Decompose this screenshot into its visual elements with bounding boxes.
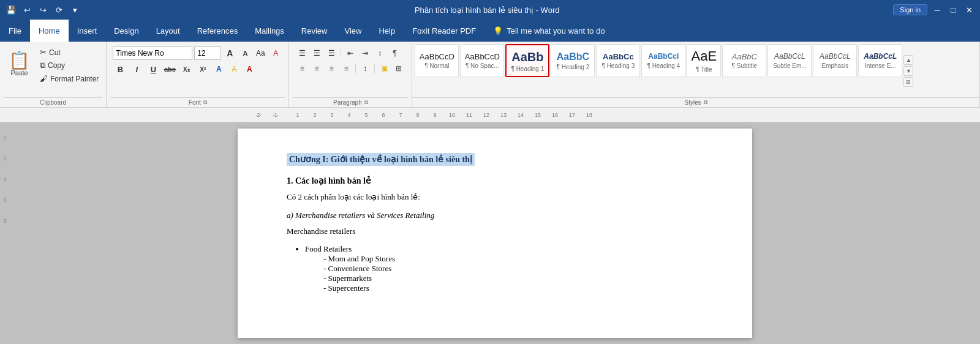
autosave-icon[interactable]: ⟳ bbox=[53, 4, 65, 16]
menu-item-design[interactable]: Design bbox=[105, 20, 147, 42]
font-group: A A Aa A B I U abc X₂ X² A A A Font ⧉ bbox=[107, 42, 289, 107]
menu-item-layout[interactable]: Layout bbox=[148, 20, 189, 42]
ruler: ·2· ·1· 1 2 3 4 5 6 7 8 9 10 11 12 13 14… bbox=[0, 108, 980, 122]
style-normal-label: ¶ Normal bbox=[424, 62, 449, 69]
maximize-icon[interactable]: □ bbox=[947, 4, 959, 16]
styles-scroll-down[interactable]: ▼ bbox=[903, 66, 913, 76]
style-heading3[interactable]: AaBbCc ¶ Heading 3 bbox=[596, 44, 640, 77]
subscript-button[interactable]: X₂ bbox=[179, 62, 194, 77]
font-row1: A A Aa A bbox=[113, 47, 282, 60]
underline-button[interactable]: U bbox=[146, 62, 160, 77]
paragraph-label-text: Paragraph bbox=[333, 99, 362, 106]
font-color-button[interactable]: A bbox=[243, 62, 256, 76]
style-normal[interactable]: AaBbCcD ¶ Normal bbox=[415, 44, 459, 77]
menu-item-tell-me[interactable]: 💡 Tell me what you want to do bbox=[484, 20, 613, 42]
style-no-space[interactable]: AaBbCcD ¶ No Spac... bbox=[460, 44, 504, 77]
paste-button[interactable]: 📋 Paste bbox=[4, 44, 35, 84]
font-size-input[interactable] bbox=[194, 47, 221, 60]
more-commands-icon[interactable]: ▾ bbox=[69, 4, 81, 16]
style-subtitle-preview: AaBbC bbox=[732, 52, 757, 62]
style-heading1[interactable]: AaBb ¶ Heading 1 bbox=[505, 44, 549, 77]
justify-button[interactable]: ≡ bbox=[339, 62, 353, 75]
chapter-heading: Chương I: Giới thiệu về loại hình bán lẻ… bbox=[287, 153, 475, 166]
menu-item-insert[interactable]: Insert bbox=[69, 20, 106, 42]
style-heading2[interactable]: AaBbC ¶ Heading 2 bbox=[551, 44, 595, 77]
styles-scroll-up[interactable]: ▲ bbox=[903, 55, 913, 65]
menu-item-mailings[interactable]: Mailings bbox=[246, 20, 293, 42]
ribbon: 📋 Paste ✂ Cut ⧉ Copy 🖌 Format Painter Cl… bbox=[0, 42, 980, 108]
lightbulb-icon: 💡 bbox=[493, 26, 503, 36]
align-center-button[interactable]: ≡ bbox=[310, 62, 323, 75]
minimize-icon[interactable]: ─ bbox=[931, 4, 943, 16]
numbering-button[interactable]: ☰ bbox=[310, 47, 323, 60]
style-heading4[interactable]: AaBbCcI ¶ Heading 4 bbox=[641, 44, 685, 77]
sort-button[interactable]: ↕ bbox=[373, 47, 386, 60]
line-spacing-button[interactable]: ↕ bbox=[358, 62, 372, 75]
borders-button[interactable]: ⊞ bbox=[392, 62, 405, 75]
italic-button[interactable]: I bbox=[129, 62, 144, 77]
close-icon[interactable]: ✕ bbox=[963, 4, 975, 16]
font-shrink-button[interactable]: A bbox=[238, 47, 252, 60]
menu-item-home[interactable]: Home bbox=[30, 20, 69, 42]
save-icon[interactable]: 💾 bbox=[5, 4, 17, 16]
style-subtle-em-preview: AaBbCcL bbox=[774, 52, 805, 61]
style-normal-preview: AaBbCcD bbox=[420, 52, 454, 62]
convenience-stores-item: Convenience Stores bbox=[323, 264, 703, 274]
bold-button[interactable]: B bbox=[113, 62, 127, 77]
style-subtle-em[interactable]: AaBbCcL Subtle Em... bbox=[767, 44, 812, 77]
menu-item-help[interactable]: Help bbox=[370, 20, 404, 42]
align-right-button[interactable]: ≡ bbox=[325, 62, 338, 75]
increase-indent-button[interactable]: ⇥ bbox=[358, 47, 372, 60]
style-emphasis-preview: AaBbCcL bbox=[820, 52, 851, 61]
food-retailers-item: Food Retailers bbox=[305, 244, 703, 254]
strikethrough-button[interactable]: abc bbox=[162, 62, 177, 77]
show-formatting-button[interactable]: ¶ bbox=[388, 47, 401, 60]
style-title[interactable]: AaE ¶ Title bbox=[687, 44, 721, 77]
cut-button[interactable]: ✂ Cut bbox=[36, 47, 102, 58]
format-painter-button[interactable]: 🖌 Format Painter bbox=[36, 73, 102, 84]
sign-in-button[interactable]: Sign in bbox=[893, 4, 927, 15]
style-intense-e-label: Intense E... bbox=[865, 62, 896, 69]
undo-icon[interactable]: ↩ bbox=[21, 4, 33, 16]
style-emphasis[interactable]: AaBbCcL Emphasis bbox=[813, 44, 857, 77]
font-expand-icon[interactable]: ⧉ bbox=[203, 99, 207, 106]
style-subtitle[interactable]: AaBbC ¶ Subtitle bbox=[722, 44, 766, 77]
copy-button[interactable]: ⧉ Copy bbox=[36, 59, 102, 72]
supercenters-item: Supercenters bbox=[323, 283, 703, 293]
font-group-content: A A Aa A B I U abc X₂ X² A A A bbox=[110, 44, 285, 77]
mom-pop-item: Mom and Pop Stores bbox=[323, 254, 703, 264]
shading-button[interactable]: ▣ bbox=[377, 62, 391, 75]
superscript-button[interactable]: X² bbox=[195, 62, 210, 77]
style-intense-e[interactable]: AaBbCcL Intense E... bbox=[858, 44, 902, 77]
align-left-button[interactable]: ≡ bbox=[295, 62, 309, 75]
text-highlight-button[interactable]: A bbox=[227, 62, 241, 76]
font-name-input[interactable] bbox=[113, 47, 192, 60]
style-heading2-preview: AaBbC bbox=[557, 51, 589, 62]
paragraph-expand-icon[interactable]: ⧉ bbox=[364, 99, 368, 106]
menu-item-review[interactable]: Review bbox=[293, 20, 336, 42]
redo-icon[interactable]: ↪ bbox=[37, 4, 49, 16]
multilevel-list-button[interactable]: ☰ bbox=[325, 47, 338, 60]
bullets-button[interactable]: ☰ bbox=[295, 47, 309, 60]
style-heading4-label: ¶ Heading 4 bbox=[647, 62, 680, 69]
para-row1: ☰ ☰ ☰ ⇤ ⇥ ↕ ¶ bbox=[295, 47, 405, 60]
styles-expand-icon[interactable]: ⧉ bbox=[704, 99, 707, 106]
content-area: 2 3 4 5 6 Chương I: Giới thiệu về loại h… bbox=[0, 122, 980, 344]
change-case-button[interactable]: Aa bbox=[254, 47, 267, 60]
menu-item-foxit[interactable]: Foxit Reader PDF bbox=[404, 20, 484, 42]
font-grow-button[interactable]: A bbox=[223, 47, 236, 60]
title-bar-right: Sign in ─ □ ✕ bbox=[893, 4, 975, 16]
menu-item-references[interactable]: References bbox=[189, 20, 246, 42]
clear-formatting-button[interactable]: A bbox=[269, 47, 282, 60]
doc-area[interactable]: Chương I: Giới thiệu về loại hình bán lẻ… bbox=[10, 122, 980, 344]
styles-group-label: Styles ⧉ bbox=[412, 97, 979, 107]
menu-item-view[interactable]: View bbox=[336, 20, 370, 42]
decrease-indent-button[interactable]: ⇤ bbox=[344, 47, 357, 60]
style-no-space-label: ¶ No Spac... bbox=[466, 62, 499, 69]
paste-label: Paste bbox=[10, 69, 28, 77]
styles-expand[interactable]: ⊞ bbox=[903, 77, 913, 87]
style-heading3-preview: AaBbCc bbox=[603, 52, 634, 62]
supermarkets-item: Supermarkets bbox=[323, 274, 703, 283]
menu-item-file[interactable]: File bbox=[0, 20, 30, 42]
text-effects-button[interactable]: A bbox=[212, 62, 225, 76]
